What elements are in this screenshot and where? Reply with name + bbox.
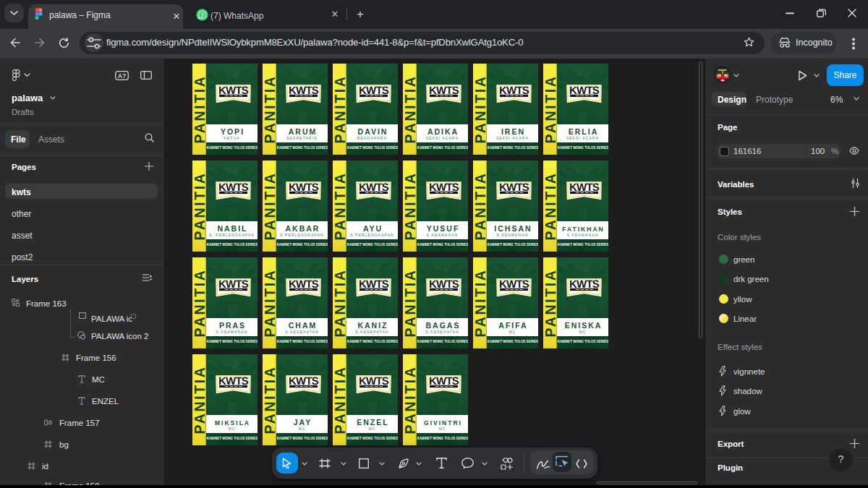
svg-text:KWTS: KWTS [359, 85, 388, 97]
svg-text:A?: A? [118, 72, 126, 80]
svg-text:KWTS: KWTS [569, 181, 599, 194]
svg-text:KWTS: KWTS [569, 85, 599, 97]
svg-text:KWTS: KWTS [359, 278, 388, 291]
svg-text:KWTS: KWTS [289, 278, 318, 291]
svg-text:7: 7 [200, 12, 204, 19]
svg-text:KWTS: KWTS [289, 181, 318, 194]
svg-text:KWTS: KWTS [289, 375, 318, 388]
svg-text:KWTS: KWTS [218, 278, 248, 291]
svg-text:KWTS: KWTS [218, 85, 248, 97]
svg-text:KWTS: KWTS [499, 278, 529, 291]
svg-text:KWTS: KWTS [359, 375, 388, 388]
svg-text:KWTS: KWTS [499, 181, 529, 194]
svg-text:KWTS: KWTS [218, 375, 248, 388]
svg-text:KWTS: KWTS [289, 85, 318, 97]
svg-text:KWTS: KWTS [218, 181, 248, 194]
svg-text:KWTS: KWTS [429, 85, 459, 97]
svg-text:KWTS: KWTS [499, 85, 529, 97]
svg-text:KWTS: KWTS [359, 181, 388, 194]
svg-text:KWTS: KWTS [429, 278, 459, 291]
svg-text:KWTS: KWTS [429, 375, 459, 388]
svg-text:KWTS: KWTS [429, 181, 459, 194]
svg-text:KWTS: KWTS [569, 278, 599, 291]
